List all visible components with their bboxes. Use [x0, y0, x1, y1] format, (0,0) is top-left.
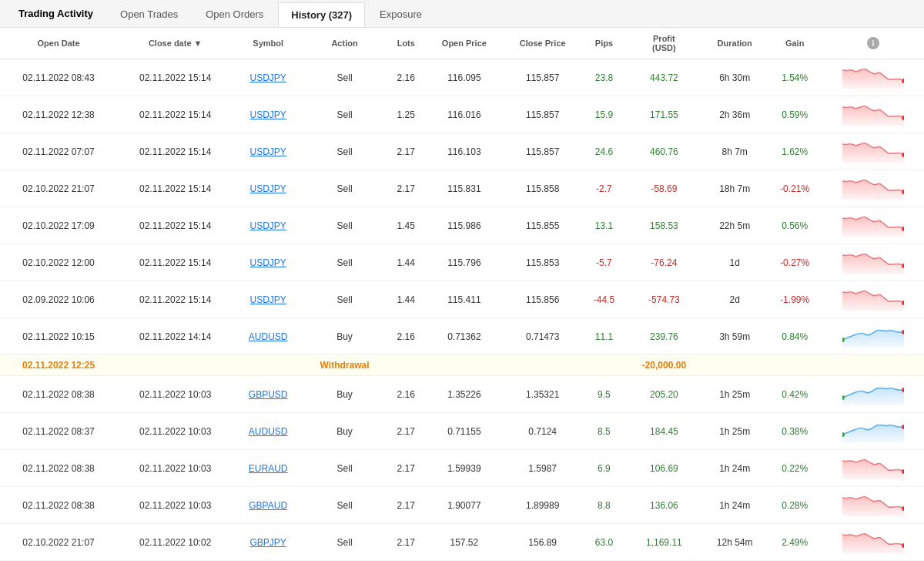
col-close-date[interactable]: Close date ▼	[117, 28, 233, 59]
withdrawal-amount: -20,000.00	[626, 355, 702, 376]
tab-open-trades[interactable]: Open Trades	[107, 2, 191, 26]
col-chart: i	[822, 28, 924, 59]
pips-cell: 63.0	[582, 524, 625, 561]
profit-cell: 443.72	[626, 59, 702, 96]
duration-cell: 8h 7m	[702, 133, 767, 170]
duration-cell: 1h 25m	[702, 413, 767, 450]
chart-cell	[822, 244, 924, 281]
close-date: 02.11.2022 10:02	[117, 524, 233, 561]
close-date: 02.11.2022 14:14	[117, 318, 233, 355]
tab-history[interactable]: History (327)	[278, 2, 365, 27]
pips-cell: 8.5	[582, 413, 625, 450]
symbol-link[interactable]: USDJPY	[250, 294, 286, 305]
chart-cell	[822, 450, 924, 487]
gain-cell: 0.28%	[767, 487, 822, 524]
symbol-cell[interactable]: USDJPY	[233, 281, 303, 318]
close-date: 02.11.2022 10:03	[117, 413, 233, 450]
symbol-link[interactable]: USDJPY	[250, 257, 286, 268]
duration-cell: 1h 24m	[702, 450, 767, 487]
close-date: 02.11.2022 15:14	[117, 133, 233, 170]
symbol-cell[interactable]: USDJPY	[233, 96, 303, 133]
withdrawal-label: Withdrawal	[303, 355, 387, 376]
open-date: 02.10.2022 21:07	[0, 170, 117, 207]
close-date: 02.11.2022 15:14	[117, 281, 233, 318]
symbol-cell[interactable]: EURAUD	[233, 450, 303, 487]
symbol-link[interactable]: GBPAUD	[249, 500, 287, 511]
symbol-link[interactable]: EURAUD	[249, 463, 288, 474]
open-date: 02.09.2022 10:06	[0, 281, 117, 318]
col-gain: Gain	[767, 28, 822, 59]
gain-cell: 2.49%	[767, 524, 822, 561]
pips-cell: 23.8	[582, 59, 625, 96]
open-price-cell: 0.71155	[426, 413, 503, 450]
tab-trading-activity[interactable]: Trading Activity	[6, 2, 105, 25]
symbol-cell[interactable]: USDJPY	[233, 244, 303, 281]
chart-info-icon: i	[867, 37, 879, 49]
symbol-link[interactable]: USDJPY	[250, 72, 286, 83]
symbol-cell[interactable]: USDJPY	[233, 207, 303, 244]
symbol-cell[interactable]: AUDUSD	[233, 318, 303, 355]
action-cell: Sell	[303, 524, 387, 561]
lots-cell: 1.44	[387, 281, 426, 318]
table-row: 02.11.2022 10:15 02.11.2022 14:14 AUDUSD…	[0, 318, 924, 355]
table-row: 02.11.2022 08:38 02.11.2022 10:03 GBPUSD…	[0, 376, 924, 413]
tab-exposure[interactable]: Exposure	[367, 2, 435, 26]
col-open-price: Open Price	[426, 28, 503, 59]
symbol-link[interactable]: AUDUSD	[249, 331, 288, 342]
symbol-link[interactable]: USDJPY	[250, 220, 286, 231]
mini-chart	[842, 212, 904, 237]
action-cell: Buy	[303, 413, 387, 450]
duration-cell: 12h 54m	[702, 524, 767, 561]
chart-cell	[822, 281, 924, 318]
action-cell: Sell	[303, 133, 387, 170]
symbol-link[interactable]: USDJPY	[250, 109, 286, 120]
close-price-cell: 115.857	[503, 96, 582, 133]
symbol-link[interactable]: GBPUSD	[249, 389, 288, 400]
tab-open-orders[interactable]: Open Orders	[192, 2, 276, 26]
symbol-cell[interactable]: USDJPY	[233, 59, 303, 96]
lots-cell: 2.17	[387, 524, 426, 561]
mini-chart	[842, 323, 904, 348]
symbol-link[interactable]: USDJPY	[250, 183, 286, 194]
pips-cell: -2.7	[582, 170, 625, 207]
gain-cell: 0.42%	[767, 376, 822, 413]
symbol-cell[interactable]: GBPJPY	[233, 524, 303, 561]
more-button[interactable]	[906, 11, 918, 17]
open-price-cell: 115.831	[426, 170, 503, 207]
close-date: 02.11.2022 10:03	[117, 450, 233, 487]
open-date: 02.11.2022 10:15	[0, 318, 117, 355]
duration-cell: 2d	[702, 281, 767, 318]
symbol-cell[interactable]: GBPUSD	[233, 376, 303, 413]
open-price-cell: 115.411	[426, 281, 503, 318]
symbol-cell[interactable]: USDJPY	[233, 170, 303, 207]
chart-cell	[822, 207, 924, 244]
close-price-cell: 156.89	[503, 524, 582, 561]
symbol-link[interactable]: GBPJPY	[250, 537, 286, 548]
chart-cell	[822, 96, 924, 133]
close-price-cell: 115.856	[503, 281, 582, 318]
symbol-link[interactable]: AUDUSD	[249, 426, 288, 437]
lots-cell: 1.44	[387, 244, 426, 281]
symbol-cell[interactable]: GBPAUD	[233, 487, 303, 524]
mini-chart	[842, 529, 904, 553]
gain-cell: 0.84%	[767, 318, 822, 355]
table-row: 02.10.2022 17:09 02.11.2022 15:14 USDJPY…	[0, 207, 924, 244]
duration-cell: 22h 5m	[702, 207, 767, 244]
action-cell: Sell	[303, 59, 387, 96]
symbol-link[interactable]: USDJPY	[250, 146, 286, 157]
profit-cell: 171.55	[626, 96, 702, 133]
table-row: 02.11.2022 07:07 02.11.2022 15:14 USDJPY…	[0, 133, 924, 170]
chart-cell	[822, 413, 924, 450]
profit-cell: -76.24	[626, 244, 702, 281]
lots-cell: 1.45	[387, 207, 426, 244]
col-lots: Lots	[387, 28, 426, 59]
lots-cell: 1.25	[387, 96, 426, 133]
mini-chart	[842, 492, 904, 516]
symbol-cell[interactable]: AUDUSD	[233, 413, 303, 450]
open-price-cell: 157.52	[426, 524, 503, 561]
mini-chart	[842, 138, 904, 163]
col-pips: Pips	[582, 28, 625, 59]
symbol-cell[interactable]: USDJPY	[233, 133, 303, 170]
close-date: 02.11.2022 10:03	[117, 487, 233, 524]
gain-cell: -1.99%	[767, 281, 822, 318]
